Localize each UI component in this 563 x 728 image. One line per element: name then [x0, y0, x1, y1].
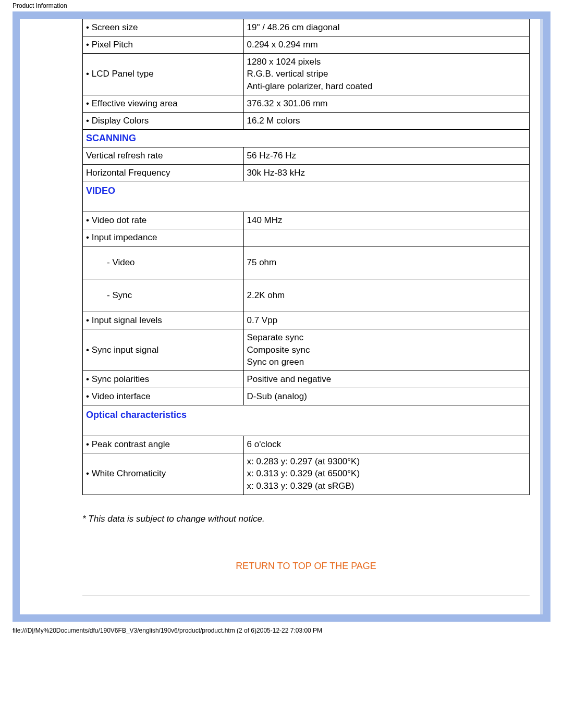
spec-value: D-Sub (analog): [243, 388, 529, 405]
spec-value: 19" / 48.26 cm diagonal: [243, 19, 529, 36]
spec-value: 16.2 M colors: [243, 112, 529, 129]
spec-value: 6 o'clock: [243, 436, 529, 453]
spec-label: • Video dot rate: [83, 212, 244, 229]
spec-label: Horizontal Frequency: [83, 164, 244, 181]
spec-value: x: 0.283 y: 0.297 (at 9300°K)x: 0.313 y:…: [243, 453, 529, 495]
spec-label: - Video: [83, 246, 244, 279]
table-row: Horizontal Frequency30k Hz-83 kHz: [83, 164, 530, 181]
content-panel: • Screen size19" / 48.26 cm diagonal• Pi…: [20, 19, 543, 614]
table-row: • Sync input signalSeparate syncComposit…: [83, 329, 530, 371]
table-row: - Sync2.2K ohm: [83, 279, 530, 312]
section-header: Optical characteristics: [83, 405, 530, 436]
page-frame: • Screen size19" / 48.26 cm diagonal• Pi…: [13, 11, 550, 622]
table-row: • Input signal levels0.7 Vpp: [83, 312, 530, 329]
section-header: SCANNING: [83, 129, 530, 147]
table-row: • LCD Panel type1280 x 1024 pixelsR.G.B.…: [83, 53, 530, 95]
section-header-row: VIDEO: [83, 181, 530, 212]
spec-table: • Screen size19" / 48.26 cm diagonal• Pi…: [82, 19, 530, 495]
return-to-top: RETURN TO TOP OF THE PAGE: [82, 561, 530, 584]
spec-label: • Input impedance: [83, 229, 244, 246]
spec-value: 1280 x 1024 pixelsR.G.B. vertical stripe…: [243, 53, 529, 95]
spec-label: Vertical refresh rate: [83, 147, 244, 164]
spec-value: 30k Hz-83 kHz: [243, 164, 529, 181]
section-header-row: SCANNING: [83, 129, 530, 147]
spec-label: - Sync: [83, 279, 244, 312]
table-row: • Effective viewing area376.32 x 301.06 …: [83, 95, 530, 112]
spec-label: • Peak contrast angle: [83, 436, 244, 453]
table-row: • Display Colors16.2 M colors: [83, 112, 530, 129]
table-row: • Pixel Pitch0.294 x 0.294 mm: [83, 36, 530, 53]
spec-label: • Video interface: [83, 388, 244, 405]
table-row: - Video75 ohm: [83, 246, 530, 279]
spec-label: • Display Colors: [83, 112, 244, 129]
table-row: • White Chromaticityx: 0.283 y: 0.297 (a…: [83, 453, 530, 495]
section-header: VIDEO: [83, 181, 530, 212]
spec-label: • Sync input signal: [83, 329, 244, 371]
spec-value: 0.7 Vpp: [243, 312, 529, 329]
divider: [82, 596, 530, 596]
table-row: • Screen size19" / 48.26 cm diagonal: [83, 19, 530, 36]
spec-label: • Input signal levels: [83, 312, 244, 329]
spec-value: 376.32 x 301.06 mm: [243, 95, 529, 112]
table-row: • Sync polaritiesPositive and negative: [83, 371, 530, 388]
spec-value: Positive and negative: [243, 371, 529, 388]
table-row: • Input impedance: [83, 229, 530, 246]
spec-label: • LCD Panel type: [83, 53, 244, 95]
footnote: * This data is subject to change without…: [82, 514, 530, 524]
spec-value: 140 MHz: [243, 212, 529, 229]
section-header-row: Optical characteristics: [83, 405, 530, 436]
spec-label: • White Chromaticity: [83, 453, 244, 495]
table-row: • Video dot rate140 MHz: [83, 212, 530, 229]
footer-path: file:///D|/My%20Documents/dfu/190V6FB_V3…: [0, 622, 563, 638]
page-header-title: Product Information: [0, 0, 563, 11]
spec-value: 0.294 x 0.294 mm: [243, 36, 529, 53]
return-to-top-link[interactable]: RETURN TO TOP OF THE PAGE: [236, 561, 376, 571]
spec-value: 56 Hz-76 Hz: [243, 147, 529, 164]
table-row: • Peak contrast angle6 o'clock: [83, 436, 530, 453]
spec-label: • Effective viewing area: [83, 95, 244, 112]
spec-label: • Pixel Pitch: [83, 36, 244, 53]
spec-value: 75 ohm: [243, 246, 529, 279]
spec-value: [243, 229, 529, 246]
spec-label: • Sync polarities: [83, 371, 244, 388]
spec-label: • Screen size: [83, 19, 244, 36]
table-row: • Video interfaceD-Sub (analog): [83, 388, 530, 405]
spec-value: Separate syncComposite syncSync on green: [243, 329, 529, 371]
table-row: Vertical refresh rate56 Hz-76 Hz: [83, 147, 530, 164]
spec-value: 2.2K ohm: [243, 279, 529, 312]
